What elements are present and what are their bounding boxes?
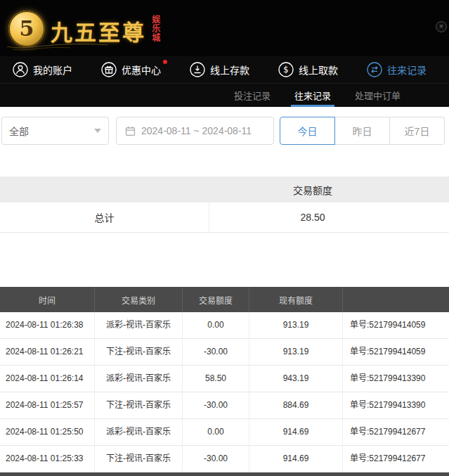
cell-bal: 914.69 [249,419,343,445]
quick-range-label: 近7日 [405,124,430,138]
logo-flourish-icon [6,40,111,51]
table-row: 2024-08-11 01:26:38派彩-视讯-百家乐0.00913.19单号… [0,312,449,339]
summary-column-header: 交易额度 [209,176,416,202]
nav-item-transaction-records[interactable]: 往来记录 [367,62,427,77]
column-header-bal: 现有额度 [249,287,343,312]
nav-item-my-account[interactable]: 我的账户 [13,62,72,77]
tab-processing-orders[interactable]: 处理中订单 [343,84,412,107]
cell-bal: 913.19 [249,312,343,338]
notification-dot [163,60,167,64]
last7days-button[interactable]: 近7日 [389,117,445,145]
table-row: 2024-08-11 01:25:57下注-视讯-百家乐-30.00884.69… [0,392,449,419]
summary-header-spacer [0,176,209,202]
cell-amt: -30.00 [183,446,249,472]
column-header-type: 交易类别 [95,287,183,312]
table-row: 2024-08-11 01:26:21下注-视讯-百家乐-30.00913.19… [0,339,449,366]
column-header-ord [343,287,449,312]
page: 5 九五至尊 娱乐城 × 我的账户 优惠中心 [0,0,449,476]
date-range-value: 2024-08-11 ~ 2024-08-11 [141,125,252,136]
calendar-icon [125,126,136,136]
filter-bar: 全部 2024-08-11 ~ 2024-08-11 今日 昨日 近7日 [0,107,449,155]
cell-time: 2024-08-11 01:26:38 [0,312,95,338]
cell-time: 2024-08-11 01:25:33 [0,446,95,472]
quick-range-group: 今日 昨日 近7日 [280,117,445,145]
nav-item-online-withdrawal[interactable]: $ 线上取款 [278,62,338,77]
table-row: 2024-08-11 01:25:50派彩-视讯-百家乐0.00914.69单号… [0,419,449,446]
table-row: 2024-08-11 01:25:33下注-视讯-百家乐-30.00914.69… [0,446,449,472]
withdraw-icon: $ [278,62,294,77]
cell-ord: 单号:521799412677 [343,419,449,445]
chevron-down-icon [94,129,101,133]
quick-range-label: 今日 [298,124,318,138]
cell-type: 派彩-视讯-百家乐 [95,312,183,338]
records-subnav: 投注记录 往来记录 处理中订单 [0,83,449,107]
table-footer-strip [0,472,449,476]
cell-amt: 58.50 [183,366,249,392]
cell-bal: 884.69 [249,392,343,418]
quick-range-label: 昨日 [353,124,372,138]
cell-type: 下注-视讯-百家乐 [95,339,183,365]
table-row: 2024-08-11 01:26:14派彩-视讯-百家乐58.50943.19单… [0,366,449,392]
cell-ord: 单号:521799414059 [343,339,449,365]
cell-time: 2024-08-11 01:25:57 [0,392,95,418]
nav-item-online-deposit[interactable]: 线上存款 [190,62,249,77]
tab-label: 投注记录 [234,89,271,102]
gift-icon [101,62,117,77]
tab-label: 往来记录 [294,89,331,102]
records-icon [367,62,382,77]
cell-amt: -30.00 [183,392,249,418]
cell-type: 派彩-视讯-百家乐 [95,419,183,445]
cell-amt: 0.00 [183,419,249,445]
nav-item-label: 往来记录 [387,63,427,77]
cell-ord: 单号:521799412677 [343,446,449,472]
brand-monogram: 5 [20,18,34,39]
summary-total-value: 28.50 [209,202,416,232]
type-filter-value: 全部 [9,124,29,138]
user-icon [13,62,28,77]
nav-item-label: 优惠中心 [122,63,161,77]
site-header: 5 九五至尊 娱乐城 × [0,0,449,56]
cell-time: 2024-08-11 01:25:50 [0,419,95,445]
nav-item-label: 线上存款 [210,63,249,77]
today-button[interactable]: 今日 [280,117,335,145]
main-nav: 我的账户 优惠中心 线上存款 $ 线上取款 [0,56,449,83]
yesterday-button[interactable]: 昨日 [334,117,390,145]
cell-type: 下注-视讯-百家乐 [95,392,183,418]
cell-ord: 单号:521799413390 [343,366,449,392]
summary-table: 交易额度 总计 28.50 [0,176,449,233]
cell-bal: 914.69 [249,446,343,472]
type-filter-select[interactable]: 全部 [1,117,109,145]
column-header-time: 时间 [0,287,95,312]
deposit-icon [190,62,205,77]
cell-amt: 0.00 [183,312,249,338]
tab-bet-records[interactable]: 投注记录 [222,84,282,107]
tab-transaction-records[interactable]: 往来记录 [282,84,343,107]
cell-type: 派彩-视讯-百家乐 [95,366,183,392]
summary-total-label: 总计 [0,202,209,232]
nav-item-promotions[interactable]: 优惠中心 [101,62,161,77]
nav-item-label: 我的账户 [33,63,72,77]
summary-header-row: 交易额度 [0,176,449,202]
cell-ord: 单号:521799413390 [343,392,449,418]
cell-time: 2024-08-11 01:26:21 [0,339,95,365]
cell-type: 下注-视讯-百家乐 [95,446,183,472]
transactions-table-body: 2024-08-11 01:26:38派彩-视讯-百家乐0.00913.19单号… [0,312,449,472]
cell-amt: -30.00 [183,339,249,365]
nav-item-label: 线上取款 [299,63,338,77]
cell-time: 2024-08-11 01:26:14 [0,366,95,392]
cell-bal: 943.19 [249,366,343,392]
brand-badge: 娱乐城 [150,15,160,42]
svg-text:$: $ [283,65,288,75]
transactions-table-header: 时间交易类别交易额度现有额度 [0,287,449,312]
cell-ord: 单号:521799414059 [343,312,449,338]
close-icon[interactable]: × [436,21,447,32]
transactions-table: 时间交易类别交易额度现有额度 2024-08-11 01:26:38派彩-视讯-… [0,287,449,476]
date-range-input[interactable]: 2024-08-11 ~ 2024-08-11 [116,117,274,145]
column-header-amt: 交易额度 [183,287,249,312]
summary-total-row: 总计 28.50 [0,202,449,233]
cell-bal: 913.19 [249,339,343,365]
tab-label: 处理中订单 [355,89,401,102]
